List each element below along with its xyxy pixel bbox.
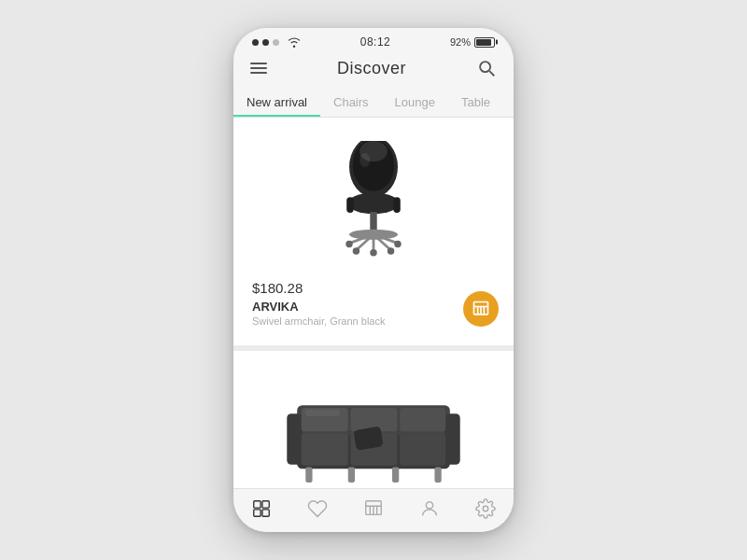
svg-rect-41: [305, 410, 339, 416]
svg-rect-29: [444, 413, 459, 465]
svg-rect-7: [393, 197, 400, 213]
menu-line-2: [250, 67, 267, 69]
svg-point-0: [480, 62, 490, 72]
wifi-icon: [288, 37, 301, 48]
product-desc-arvika: Swivel armchair, Grann black: [252, 315, 495, 327]
signal-dot-1: [252, 39, 259, 46]
battery-fill: [476, 39, 491, 46]
product-card-arvika: $180.28 ARVIKA Swivel armchair, Grann bl…: [233, 118, 514, 345]
chair-illustration: [322, 141, 425, 262]
product-list: $180.28 ARVIKA Swivel armchair, Grann bl…: [233, 118, 514, 488]
battery-icon: [474, 37, 495, 48]
product-image-soderhamn: [252, 370, 495, 488]
sofa-illustration: [280, 384, 467, 486]
svg-rect-30: [302, 433, 348, 466]
menu-button[interactable]: [250, 63, 267, 74]
svg-line-1: [489, 71, 494, 76]
product-name-arvika: ARVIKA: [252, 300, 495, 314]
svg-point-16: [394, 241, 401, 247]
person-icon: [419, 498, 440, 519]
svg-rect-28: [287, 413, 302, 465]
svg-rect-49: [254, 510, 261, 516]
svg-rect-39: [392, 468, 399, 483]
nav-profile[interactable]: [419, 498, 440, 519]
status-time: 08:12: [360, 35, 391, 49]
svg-point-19: [370, 249, 376, 256]
svg-point-5: [347, 193, 400, 214]
product-card-soderhamn: $180.28 SÖDERHAMN Three-seat sofa, Samst…: [233, 351, 514, 488]
page-title: Discover: [337, 59, 406, 78]
svg-rect-40: [434, 468, 441, 483]
cart-icon: [472, 300, 490, 318]
svg-point-15: [345, 241, 352, 247]
svg-point-18: [388, 247, 394, 254]
cart-nav-icon: [363, 498, 384, 519]
signal-dot-3: [273, 39, 279, 46]
nav-cart[interactable]: [363, 498, 384, 519]
svg-point-20: [359, 153, 370, 167]
battery-percent: 92%: [450, 36, 471, 48]
svg-rect-48: [262, 501, 269, 508]
tab-new-arrival[interactable]: New arrival: [233, 88, 320, 117]
heart-icon: [307, 498, 328, 519]
status-right: 92%: [450, 36, 495, 48]
phone-frame: 08:12 92% Discover New arrival Chairs L: [233, 28, 514, 532]
svg-point-56: [426, 502, 432, 509]
signal-dots: [252, 39, 279, 46]
tab-chairs[interactable]: Chairs: [320, 88, 382, 117]
svg-point-57: [483, 506, 488, 511]
svg-rect-50: [262, 510, 269, 516]
search-icon[interactable]: [476, 58, 497, 78]
svg-rect-38: [348, 468, 355, 483]
app-header: Discover: [233, 52, 514, 88]
home-icon: [251, 498, 272, 519]
category-tabs: New arrival Chairs Lounge Table: [233, 88, 514, 118]
tab-lounge[interactable]: Lounge: [382, 88, 448, 117]
menu-line-1: [250, 63, 267, 64]
svg-rect-8: [370, 212, 376, 231]
menu-line-3: [250, 72, 267, 74]
signal-dot-2: [262, 39, 269, 46]
svg-rect-35: [400, 408, 445, 431]
bottom-navigation: [233, 488, 514, 532]
svg-rect-6: [346, 197, 353, 213]
product-price-arvika: $180.28: [252, 280, 495, 296]
svg-rect-32: [400, 433, 445, 466]
nav-favorites[interactable]: [307, 498, 328, 519]
svg-rect-47: [254, 501, 261, 508]
settings-icon: [475, 498, 496, 519]
status-bar: 08:12 92%: [233, 28, 514, 52]
tab-table[interactable]: Table: [448, 88, 503, 117]
nav-settings[interactable]: [475, 498, 496, 519]
add-to-cart-arvika[interactable]: [463, 291, 499, 327]
svg-point-17: [353, 247, 359, 254]
product-image-arvika: [252, 136, 495, 267]
nav-home[interactable]: [251, 498, 272, 519]
svg-rect-37: [305, 468, 312, 483]
